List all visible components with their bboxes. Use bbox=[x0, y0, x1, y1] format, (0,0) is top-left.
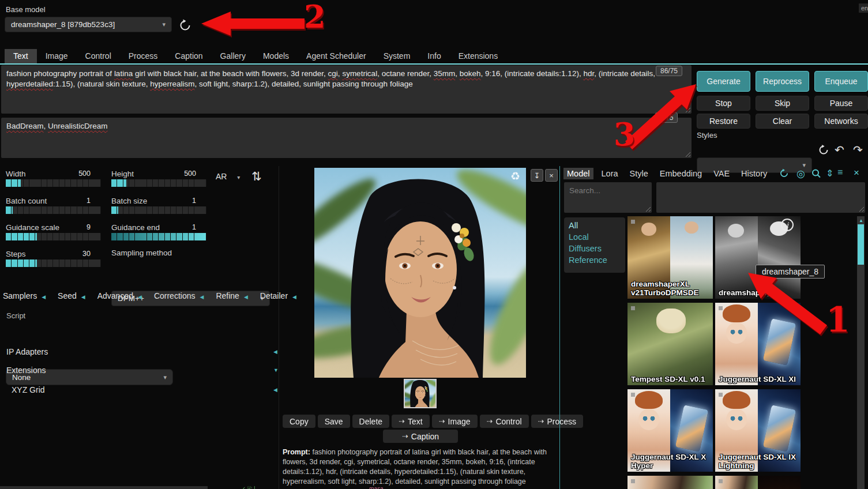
divider bbox=[559, 166, 560, 489]
chevron-left-icon[interactable]: ◀ bbox=[273, 387, 277, 393]
filter-all[interactable]: All bbox=[564, 220, 625, 231]
accordion-samplers[interactable]: Samplers◀ bbox=[3, 291, 46, 300]
info-icon[interactable]: i bbox=[781, 219, 794, 231]
ar-select[interactable]: AR ▾ bbox=[216, 172, 240, 181]
filter-diffusers[interactable]: Diffusers bbox=[564, 243, 625, 254]
send-arrow-icon: ⇢ bbox=[399, 417, 405, 426]
tab-system[interactable]: System bbox=[375, 49, 419, 63]
height-slider[interactable]: Height 500 bbox=[111, 168, 206, 179]
model-card[interactable]: dreamshaperXL v21TurboDPMSDE bbox=[627, 216, 713, 299]
reprocess-button[interactable]: Reprocess bbox=[756, 71, 809, 92]
batch-size-slider[interactable]: Batch size 1 bbox=[111, 195, 206, 206]
styles-refresh-icon[interactable] bbox=[817, 144, 830, 156]
tab-control[interactable]: Control bbox=[77, 49, 120, 63]
send-to-caption-button[interactable]: ⇢Caption bbox=[383, 430, 458, 443]
batch-count-slider[interactable]: Batch count 1 bbox=[6, 195, 101, 206]
width-value: 500 bbox=[78, 170, 91, 178]
model-card[interactable]: Juggernaut SD-XL X Hyper bbox=[627, 389, 713, 472]
scroll-up-icon[interactable]: ▲ bbox=[859, 218, 863, 223]
negative-prompt-input[interactable]: BadDream, UnrealisticDream bbox=[1, 118, 692, 158]
networks-description-input[interactable] bbox=[656, 182, 865, 213]
accordion-seed[interactable]: Seed◀ bbox=[58, 291, 85, 300]
accordion-row: Samplers◀ Seed◀ Advanced◀ Corrections◀ R… bbox=[3, 291, 296, 300]
generated-image[interactable] bbox=[314, 168, 526, 378]
accordion-xyz-grid[interactable]: XYZ Grid bbox=[12, 385, 45, 394]
pause-button[interactable]: Pause bbox=[814, 96, 868, 111]
networks-tab-style[interactable]: Style bbox=[626, 168, 652, 179]
model-card-name: Juggernaut SD-XL IX Lightning bbox=[719, 453, 798, 470]
swap-dimensions-icon[interactable]: ⇅ bbox=[251, 170, 262, 183]
sort-vertical-icon[interactable]: ⇕ bbox=[826, 168, 833, 179]
guidance-end-slider[interactable]: Guidance end 1 bbox=[111, 222, 206, 232]
tab-gallery[interactable]: Gallery bbox=[212, 49, 254, 63]
base-model-label: Base model bbox=[6, 5, 46, 14]
tab-agent-scheduler[interactable]: Agent Scheduler bbox=[298, 49, 375, 63]
undo-icon[interactable]: ↶ bbox=[835, 143, 844, 157]
chevron-left-icon: ◀ bbox=[200, 294, 204, 300]
networks-search-input[interactable]: Search... bbox=[564, 182, 652, 213]
tab-models[interactable]: Models bbox=[254, 49, 298, 63]
accordion-corrections[interactable]: Corrections◀ bbox=[154, 291, 204, 300]
chevron-down-icon[interactable]: ▼ bbox=[273, 367, 279, 373]
accordion-advanced[interactable]: Advanced◀ bbox=[97, 291, 142, 300]
guidance-scale-slider[interactable]: Guidance scale 9 bbox=[6, 222, 101, 232]
networks-button[interactable]: Networks bbox=[814, 114, 868, 129]
filter-local[interactable]: Local bbox=[564, 231, 625, 243]
chevron-left-icon: ◀ bbox=[244, 294, 248, 300]
send-to-process-button[interactable]: ⇢Process bbox=[531, 415, 583, 428]
tab-image[interactable]: Image bbox=[37, 49, 77, 63]
networks-tab-vae[interactable]: VAE bbox=[710, 168, 733, 179]
networks-tab-history[interactable]: History bbox=[738, 168, 771, 179]
clear-button[interactable]: Clear bbox=[756, 114, 809, 129]
steps-slider[interactable]: Steps 30 bbox=[6, 249, 101, 259]
gallery-thumbnail[interactable] bbox=[404, 379, 437, 408]
send-to-image-button[interactable]: ⇢Image bbox=[432, 415, 478, 428]
save-button[interactable]: Save bbox=[318, 415, 350, 428]
networks-tab-embedding[interactable]: Embedding bbox=[656, 168, 705, 179]
scrollbar[interactable]: ▲ bbox=[857, 216, 865, 489]
tab-caption[interactable]: Caption bbox=[166, 49, 211, 63]
networks-refresh-icon[interactable] bbox=[779, 168, 790, 179]
model-card[interactable] bbox=[715, 476, 801, 489]
filter-reference[interactable]: Reference bbox=[564, 254, 625, 266]
close-image-button[interactable]: × bbox=[545, 169, 558, 182]
delete-button[interactable]: Delete bbox=[352, 415, 389, 428]
model-card[interactable]: Juggernaut SD-XL XI bbox=[715, 303, 801, 385]
stop-button[interactable]: Stop bbox=[697, 96, 750, 111]
sdnext-app: Base model dreamshaper_8 [879db523c3] ▾ … bbox=[0, 0, 868, 489]
refresh-model-icon[interactable] bbox=[178, 18, 193, 33]
model-card[interactable]: Juggernaut SD-XL IX Lightning bbox=[715, 389, 801, 472]
redo-icon[interactable]: ↷ bbox=[853, 143, 863, 157]
accordion-ip-adapters[interactable]: IP Adapters bbox=[6, 347, 48, 356]
copy-button[interactable]: Copy bbox=[283, 415, 315, 428]
search-zoom-icon[interactable] bbox=[811, 168, 821, 179]
tab-extensions[interactable]: Extensions bbox=[450, 49, 506, 63]
accordion-extensions[interactable]: Extensions bbox=[6, 366, 46, 375]
model-card[interactable] bbox=[627, 476, 713, 489]
list-view-icon[interactable]: ≡ bbox=[837, 167, 843, 178]
tab-text[interactable]: Text bbox=[5, 49, 37, 63]
close-icon[interactable]: × bbox=[854, 167, 859, 179]
send-to-control-button[interactable]: ⇢Control bbox=[480, 415, 529, 428]
networks-tab-lora[interactable]: Lora bbox=[598, 168, 622, 179]
networks-tab-model[interactable]: Model bbox=[563, 168, 593, 179]
generate-button[interactable]: Generate bbox=[697, 71, 750, 92]
download-image-button[interactable]: ↧ bbox=[531, 169, 543, 182]
language-badge[interactable]: en bbox=[859, 3, 868, 13]
model-card[interactable]: Tempest SD-XL v0.1 bbox=[627, 303, 713, 385]
skip-button[interactable]: Skip bbox=[756, 96, 809, 111]
prompt-input[interactable]: fashion photography portrait of latina g… bbox=[1, 65, 692, 114]
restore-button[interactable]: Restore bbox=[697, 114, 750, 129]
accordion-refine[interactable]: Refine◀ bbox=[216, 291, 247, 300]
base-model-select[interactable]: dreamshaper_8 [879db523c3] ▾ bbox=[5, 17, 172, 32]
model-tooltip: dreamshaper_8 bbox=[756, 265, 825, 279]
enqueue-button[interactable]: Enqueue bbox=[814, 71, 868, 92]
scrollbar-thumb[interactable] bbox=[858, 224, 864, 265]
tab-info[interactable]: Info bbox=[419, 49, 449, 63]
send-to-text-button[interactable]: ⇢Text bbox=[392, 415, 430, 428]
model-card[interactable]: i dreamshaper_8 bbox=[715, 216, 801, 299]
chevron-left-icon[interactable]: ◀ bbox=[273, 349, 277, 355]
width-slider[interactable]: Width 500 bbox=[6, 168, 101, 179]
target-icon[interactable]: ◎ bbox=[796, 168, 805, 180]
tab-process[interactable]: Process bbox=[120, 49, 167, 63]
